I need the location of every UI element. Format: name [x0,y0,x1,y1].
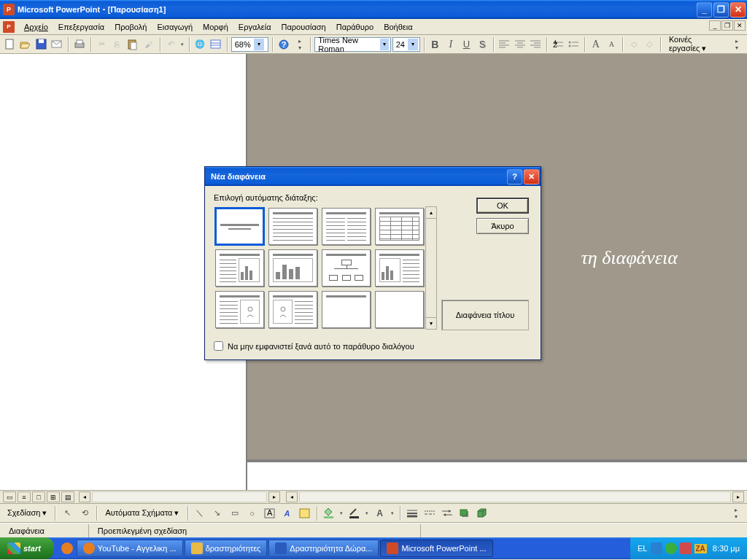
menu-insert[interactable]: Εισαγωγή [152,21,198,33]
layout-text-clipart[interactable] [215,291,264,328]
underline-button[interactable]: U [460,36,474,52]
arrow-button[interactable]: ↘ [209,505,225,521]
print-button[interactable] [72,36,87,52]
mdi-restore[interactable]: ❐ [721,20,733,31]
layout-blank[interactable] [375,291,424,328]
menu-view[interactable]: Προβολή [109,21,152,33]
zoom-combo[interactable]: 68%▾ [231,37,269,52]
minimize-button[interactable]: _ [697,2,712,18]
menu-format[interactable]: Μορφή [198,21,233,33]
mdi-close[interactable]: ✕ [734,20,746,31]
tray-icon-1[interactable] [651,542,662,554]
wordart-button[interactable]: A [279,505,295,521]
taskbar-item-youtube[interactable]: YouTube - Αγγελικη ... [77,540,183,557]
email-button[interactable] [50,36,65,52]
tray-clock[interactable]: 8:30 μμ [713,544,740,553]
dialog-titlebar[interactable]: Νέα διαφάνεια ? ✕ [205,167,541,186]
hyperlink-button[interactable]: 🌐 [193,36,208,52]
save-button[interactable] [34,36,49,52]
undo-dropdown[interactable]: ▾ [179,42,185,47]
shadow-style-button[interactable] [457,505,473,521]
slide-view-button[interactable]: □ [32,491,45,502]
arrow-style-button[interactable] [439,505,455,521]
drawbar-options[interactable]: ▸▾ [728,505,744,521]
tray-language[interactable]: EL [638,544,647,553]
layout-clipart-text[interactable] [268,291,317,328]
layout-title-slide[interactable] [215,208,264,245]
layout-chart[interactable] [268,249,317,287]
help-button[interactable]: ? [276,36,291,52]
layout-two-column[interactable] [322,208,371,245]
drawing-menu[interactable]: Σχεδίαση ▾ [3,508,51,518]
layout-table[interactable] [375,208,424,245]
demote-button[interactable]: ◇ [642,36,657,52]
new-button[interactable] [3,36,18,52]
taskbar-item-folder[interactable]: δραστηριότητες [185,540,268,557]
tables-button[interactable] [209,36,223,52]
toolbar-options-2[interactable]: ▸▾ [729,36,744,52]
bullets-button[interactable] [567,36,581,52]
textbox-button[interactable]: A [262,505,278,521]
menu-help[interactable]: Βοήθεια [379,21,417,33]
layout-text-chart[interactable] [215,249,264,287]
layout-chart-text[interactable] [375,249,424,287]
align-right-button[interactable] [529,36,543,52]
dont-show-again-row[interactable]: Να μην εμφανιστεί ξανά αυτό το παράθυρο … [214,341,532,351]
select-objects-button[interactable]: ↖ [59,505,75,521]
quicklaunch-firefox-icon[interactable] [61,542,73,554]
start-button[interactable]: start [0,537,54,559]
scroll-up-button[interactable]: ▴ [426,207,436,219]
open-button[interactable] [19,36,34,52]
outline-view-button[interactable]: ≡ [18,491,31,502]
ok-button[interactable]: OK [476,198,529,214]
line-button[interactable]: ＼ [192,505,208,521]
font-combo[interactable]: Times New Roman▾ [314,37,390,52]
tray-icon-3[interactable] [680,542,692,554]
mdi-minimize[interactable]: _ [709,20,721,31]
align-center-button[interactable] [513,36,527,52]
hscroll-track[interactable] [92,491,267,502]
taskbar-item-powerpoint[interactable]: Microsoft PowerPoint ... [380,540,492,557]
font-color-dropdown[interactable]: ▾ [390,510,396,516]
maximize-button[interactable]: ❐ [713,2,729,18]
toolbar-options[interactable]: ▸▾ [293,36,307,52]
layout-scrollbar[interactable]: ▴ ▾ [425,206,437,330]
align-left-button[interactable] [498,36,512,52]
autoshapes-menu[interactable]: Αυτόματα Σχήματα ▾ [101,508,183,518]
hscroll2-track[interactable] [299,491,731,502]
notes-pane[interactable] [247,459,747,490]
menu-edit[interactable]: Επεξεργασία [53,21,109,33]
layout-bulleted-list[interactable] [268,208,317,245]
line-color-button[interactable] [347,505,363,521]
fill-color-button[interactable] [321,505,337,521]
shadow-button[interactable]: S [475,36,489,52]
promote-button[interactable]: ◇ [627,36,641,52]
dialog-help-button[interactable]: ? [507,169,522,184]
scroll-down-button[interactable]: ▾ [426,317,436,329]
clipart-button[interactable] [297,505,313,521]
tray-icon-2[interactable] [665,542,677,554]
sorter-view-button[interactable]: ⊞ [47,491,60,502]
normal-view-button[interactable]: ▭ [3,491,16,502]
tray-ime[interactable]: ZA [694,544,707,553]
menu-file[interactable]: Αρχείο [19,21,53,33]
close-button[interactable]: ✕ [730,2,746,18]
dialog-close-button[interactable]: ✕ [524,169,539,184]
undo-button[interactable]: ↶ [163,36,178,52]
dash-style-button[interactable] [422,505,438,521]
menu-slideshow[interactable]: Παρουσίαση [276,21,331,33]
layout-title-only[interactable] [322,291,371,328]
line-color-dropdown[interactable]: ▾ [364,510,371,516]
taskbar-item-word[interactable]: Δραστηριότητα Δώρα... [268,540,379,557]
font-color-button[interactable]: A [372,505,388,521]
menu-tools[interactable]: Εργαλεία [233,21,276,33]
rectangle-button[interactable]: ▭ [227,505,243,521]
oval-button[interactable]: ○ [244,505,260,521]
line-style-button[interactable] [404,505,420,521]
fontsize-combo[interactable]: 24▾ [392,37,420,52]
slideshow-view-button[interactable]: ▤ [61,491,74,502]
hscroll-right[interactable]: ▸ [268,491,280,502]
layout-orgchart[interactable] [322,249,371,287]
paste-button[interactable] [125,36,140,52]
decrease-font-button[interactable]: A [605,36,619,52]
